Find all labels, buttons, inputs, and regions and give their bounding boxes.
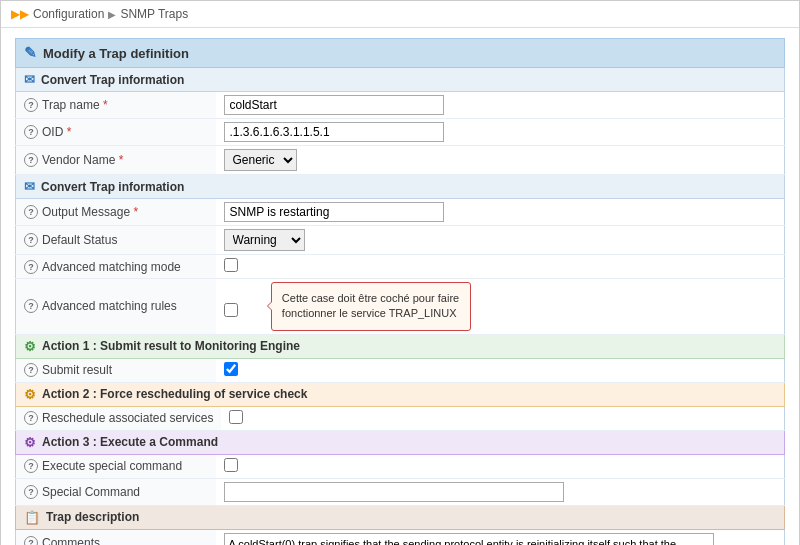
output-message-help-icon[interactable]: ? — [24, 205, 38, 219]
tooltip-text: Cette case doit être coché pour faire fo… — [282, 292, 459, 319]
action3-label: Action 3 : Execute a Command — [42, 435, 218, 449]
advanced-matching-mode-label-cell: ? Advanced matching mode — [16, 255, 216, 279]
advanced-matching-mode-value-cell — [216, 255, 785, 279]
vendor-name-select[interactable]: Generic — [224, 149, 297, 171]
vendor-name-label-cell: ? Vendor Name * — [16, 146, 216, 175]
advanced-matching-rules-label-cell: ? Advanced matching rules — [16, 279, 216, 335]
oid-input[interactable] — [224, 122, 444, 142]
output-message-label-cell: ? Output Message * — [16, 199, 216, 226]
reschedule-value-cell — [221, 407, 784, 431]
special-command-label-cell: ? Special Command — [16, 478, 216, 505]
action1-header: ⚙ Action 1 : Submit result to Monitoring… — [15, 335, 785, 359]
tooltip-callout: Cette case doit être coché pour faire fo… — [271, 282, 471, 331]
execute-special-value-cell — [216, 455, 785, 479]
output-message-value-cell — [216, 199, 785, 226]
modify-icon: ✎ — [24, 44, 37, 62]
trap-name-help-icon[interactable]: ? — [24, 98, 38, 112]
main-section-header: ✎ Modify a Trap definition — [15, 38, 785, 68]
default-status-label-cell: ? Default Status — [16, 226, 216, 255]
trap-name-label: Trap name * — [42, 98, 108, 112]
oid-row: ? OID * — [16, 119, 785, 146]
default-status-row: ? Default Status Warning OK Critical Unk… — [16, 226, 785, 255]
breadcrumb-config[interactable]: Configuration — [33, 7, 104, 21]
comments-row: ? Comments A coldStart(0) trap signifies… — [16, 530, 785, 545]
vendor-name-row: ? Vendor Name * Generic — [16, 146, 785, 175]
advanced-matching-rules-checkbox[interactable] — [224, 303, 238, 317]
advanced-matching-mode-row: ? Advanced matching mode — [16, 255, 785, 279]
vendor-name-help-icon[interactable]: ? — [24, 153, 38, 167]
comments-label-cell: ? Comments — [16, 530, 216, 545]
reschedule-row: ? Reschedule associated services — [16, 407, 785, 431]
default-status-label: Default Status — [42, 233, 117, 247]
special-command-row: ? Special Command — [16, 478, 785, 505]
special-command-help-icon[interactable]: ? — [24, 485, 38, 499]
default-status-select[interactable]: Warning OK Critical Unknown — [224, 229, 305, 251]
action1-icon: ⚙ — [24, 339, 36, 354]
submit-result-help-icon[interactable]: ? — [24, 363, 38, 377]
action2-icon: ⚙ — [24, 387, 36, 402]
advanced-matching-mode-help-icon[interactable]: ? — [24, 260, 38, 274]
advanced-matching-rules-help-icon[interactable]: ? — [24, 299, 38, 313]
oid-value-cell — [216, 119, 785, 146]
oid-help-icon[interactable]: ? — [24, 125, 38, 139]
comments-value-cell: A coldStart(0) trap signifies that the s… — [216, 530, 785, 545]
trap-name-label-cell: ? Trap name * — [16, 92, 216, 119]
submit-result-checkbox[interactable] — [224, 362, 238, 376]
convert-trap-info-1-header: ✉ Convert Trap information — [15, 68, 785, 92]
trap-name-row: ? Trap name * — [16, 92, 785, 119]
breadcrumb-separator: ▶ — [108, 9, 116, 20]
execute-special-label: Execute special command — [42, 459, 182, 473]
breadcrumb-current: SNMP Traps — [120, 7, 188, 21]
convert-trap-info-2-label: Convert Trap information — [41, 180, 184, 194]
output-message-input[interactable] — [224, 202, 444, 222]
advanced-matching-rules-label: Advanced matching rules — [42, 299, 177, 313]
advanced-matching-rules-value-cell: Cette case doit être coché pour faire fo… — [216, 279, 785, 335]
execute-special-help-icon[interactable]: ? — [24, 459, 38, 473]
trap-desc-icon: 📋 — [24, 510, 40, 525]
action2-header: ⚙ Action 2 : Force rescheduling of servi… — [15, 383, 785, 407]
reschedule-help-icon[interactable]: ? — [24, 411, 38, 425]
output-message-row: ? Output Message * — [16, 199, 785, 226]
vendor-name-value-cell: Generic — [216, 146, 785, 175]
reschedule-checkbox[interactable] — [229, 410, 243, 424]
reschedule-label-cell: ? Reschedule associated services — [16, 407, 222, 431]
execute-special-checkbox[interactable] — [224, 458, 238, 472]
breadcrumb-arrow-icon: ▶▶ — [11, 7, 29, 21]
convert-info-2-icon: ✉ — [24, 179, 35, 194]
trap-name-value-cell — [216, 92, 785, 119]
submit-result-label: Submit result — [42, 363, 112, 377]
special-command-label: Special Command — [42, 485, 140, 499]
trap-description-header: 📋 Trap description — [15, 506, 785, 530]
advanced-matching-mode-label: Advanced matching mode — [42, 260, 181, 274]
oid-label: OID * — [42, 125, 71, 139]
execute-special-label-cell: ? Execute special command — [16, 455, 216, 479]
advanced-matching-mode-checkbox[interactable] — [224, 258, 238, 272]
comments-help-icon[interactable]: ? — [24, 536, 38, 545]
breadcrumb: ▶▶ Configuration ▶ SNMP Traps — [1, 1, 799, 28]
advanced-matching-rules-row: ? Advanced matching rules Cette case doi… — [16, 279, 785, 335]
submit-result-row: ? Submit result — [16, 359, 785, 383]
tooltip-box: Cette case doit être coché pour faire fo… — [271, 282, 471, 331]
convert-trap-info-1-table: ? Trap name * ? OID * — [15, 92, 785, 175]
action2-label: Action 2 : Force rescheduling of service… — [42, 387, 307, 401]
action3-header: ⚙ Action 3 : Execute a Command — [15, 431, 785, 455]
trap-description-label: Trap description — [46, 510, 139, 524]
convert-info-1-icon: ✉ — [24, 72, 35, 87]
reschedule-label: Reschedule associated services — [42, 411, 213, 425]
trap-description-table: ? Comments A coldStart(0) trap signifies… — [15, 530, 785, 545]
submit-result-value-cell — [216, 359, 785, 383]
action3-icon: ⚙ — [24, 435, 36, 450]
comments-textarea[interactable]: A coldStart(0) trap signifies that the s… — [224, 533, 714, 545]
default-status-value-cell: Warning OK Critical Unknown — [216, 226, 785, 255]
action3-table: ? Execute special command ? Special Comm… — [15, 455, 785, 506]
execute-special-row: ? Execute special command — [16, 455, 785, 479]
special-command-input[interactable] — [224, 482, 564, 502]
action1-label: Action 1 : Submit result to Monitoring E… — [42, 339, 300, 353]
submit-result-label-cell: ? Submit result — [16, 359, 216, 383]
special-command-value-cell — [216, 478, 785, 505]
action2-table: ? Reschedule associated services — [15, 407, 785, 431]
default-status-help-icon[interactable]: ? — [24, 233, 38, 247]
page-wrapper: ▶▶ Configuration ▶ SNMP Traps ✎ Modify a… — [0, 0, 800, 545]
trap-name-input[interactable] — [224, 95, 444, 115]
output-message-label: Output Message * — [42, 205, 138, 219]
